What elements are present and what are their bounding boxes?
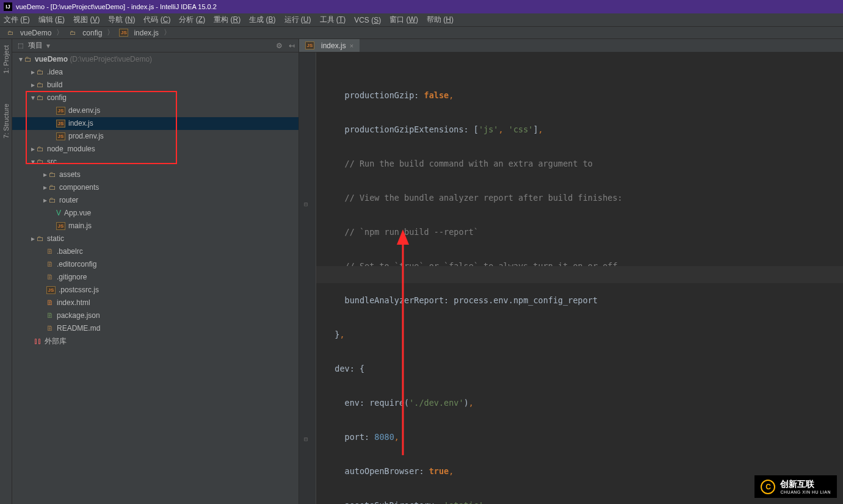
tree-mainjs[interactable]: ▸JSmain.js (12, 220, 298, 232)
tree-src[interactable]: ▾🗀src (12, 156, 298, 168)
tree-devenv[interactable]: ▸JSdev.env.js (12, 104, 298, 117)
code-area[interactable]: productionGzip: false, productionGzipExt… (316, 52, 843, 504)
tree-external-libs[interactable]: ▸⫿⫿外部库 (12, 335, 298, 348)
vue-icon: V (56, 207, 61, 220)
editor-pane: JS index.js × ⊟ ⊟ productionGzip: false,… (299, 39, 843, 504)
tree-node-modules[interactable]: ▸🗀node_modules (12, 143, 298, 156)
menu-run[interactable]: 运行 (U) (284, 15, 311, 25)
html-icon: 🗎 (46, 297, 54, 309)
chevron-icon: 〉 (164, 27, 171, 38)
tree-readme[interactable]: ▸🗎README.md (12, 322, 298, 335)
gear-icon[interactable]: ⚙ (276, 41, 283, 50)
json-icon: 🗎 (46, 309, 54, 322)
tree-config[interactable]: ▾🗀config (12, 92, 298, 104)
chevron-icon: 〉 (107, 27, 114, 38)
tree-indexjs-config[interactable]: ▸JSindex.js (12, 117, 298, 130)
editor-gutter[interactable]: ⊟ ⊟ (299, 52, 316, 504)
folder-icon: 🗀 (6, 29, 15, 37)
tree-router[interactable]: ▸🗀router (12, 194, 298, 207)
collapse-icon[interactable]: ↤ (289, 41, 295, 50)
tree-root[interactable]: ▾🗀 vueDemo (D:\vueProject\vueDemo) (12, 53, 298, 66)
project-icon: ⬚ (16, 41, 24, 50)
menu-analyze[interactable]: 分析 (Z) (179, 15, 205, 25)
js-icon: JS (56, 222, 65, 230)
tree-packagejson[interactable]: ▸🗎package.json (12, 309, 298, 322)
tree-assets[interactable]: ▸🗀assets (12, 168, 298, 181)
tree-components[interactable]: ▸🗀components (12, 181, 298, 194)
editor-tab-indexjs[interactable]: JS index.js × (299, 39, 360, 52)
chevron-icon: 〉 (56, 27, 63, 38)
project-tree[interactable]: ▾🗀 vueDemo (D:\vueProject\vueDemo) ▸🗀.id… (12, 52, 298, 348)
project-panel-title[interactable]: 项目 (28, 40, 43, 51)
project-panel-header: ⬚ 项目 ▾ ⚙ ↤ (12, 39, 298, 52)
file-icon: 🗎 (46, 271, 54, 284)
file-icon: 🗎 (46, 258, 54, 271)
js-icon: JS (56, 120, 65, 128)
crumb-file[interactable]: JS index.js (117, 29, 161, 37)
dropdown-icon[interactable]: ▾ (46, 41, 50, 50)
watermark-text: 创新互联 (780, 479, 831, 490)
title-text: vueDemo - [D:\vueProject\vueDemo] - inde… (16, 3, 217, 10)
watermark: C 创新互联 CHUANG XIN HU LIAN (754, 475, 837, 498)
menu-window[interactable]: 窗口 (W) (389, 15, 418, 25)
app-icon: IJ (4, 2, 12, 11)
crumb-label: config (82, 29, 102, 37)
crumb-label: index.js (134, 29, 159, 37)
menu-code[interactable]: 代码 (C) (143, 15, 170, 25)
editor-tab-bar: JS index.js × (299, 39, 843, 52)
menu-help[interactable]: 帮助 (H) (427, 15, 454, 25)
project-panel: ⬚ 项目 ▾ ⚙ ↤ ▾🗀 vueDemo (D:\vueProject\vue… (12, 39, 299, 504)
tree-appvue[interactable]: ▸VApp.vue (12, 207, 298, 220)
crumb-root[interactable]: 🗀 vueDemo (4, 29, 54, 37)
menu-tools[interactable]: 工具 (T) (320, 15, 346, 25)
js-icon: JS (305, 41, 314, 49)
watermark-subtext: CHUANG XIN HU LIAN (780, 490, 831, 494)
tab-label: index.js (321, 41, 346, 50)
tree-indexhtml[interactable]: ▸🗎index.html (12, 297, 298, 309)
library-icon: ⫿⫿ (34, 335, 42, 348)
crumb-label: vueDemo (20, 29, 51, 37)
menu-view[interactable]: 视图 (V) (73, 15, 99, 25)
close-icon[interactable]: × (350, 42, 353, 49)
js-icon: JS (56, 107, 65, 115)
tree-babelrc[interactable]: ▸🗎.babelrc (12, 245, 298, 258)
js-icon: JS (56, 132, 65, 140)
js-icon: JS (119, 29, 128, 37)
menu-refactor[interactable]: 重构 (R) (214, 15, 241, 25)
file-icon: 🗎 (46, 245, 54, 258)
tree-static[interactable]: ▸🗀static (12, 232, 298, 245)
caret-line (316, 266, 843, 283)
tree-postcssrc[interactable]: ▸JS.postcssrc.js (12, 284, 298, 297)
tool-buttons-left: 1: Project 7: Structure (0, 39, 12, 504)
tree-gitignore[interactable]: ▸🗎.gitignore (12, 271, 298, 284)
menu-bar: 文件 (F) 编辑 (E) 视图 (V) 导航 (N) 代码 (C) 分析 (Z… (0, 13, 843, 27)
menu-file[interactable]: 文件 (F) (4, 15, 30, 25)
js-icon: JS (46, 286, 56, 294)
tree-idea[interactable]: ▸🗀.idea (12, 66, 298, 79)
fold-icon[interactable]: ⊟ (304, 431, 308, 448)
fold-icon[interactable]: ⊟ (304, 196, 308, 213)
watermark-logo: C (761, 480, 775, 494)
menu-edit[interactable]: 编辑 (E) (38, 15, 65, 25)
menu-build[interactable]: 生成 (B) (249, 15, 275, 25)
tree-build[interactable]: ▸🗀build (12, 79, 298, 92)
file-icon: 🗎 (46, 322, 54, 335)
tree-prodenv[interactable]: ▸JSprod.env.js (12, 130, 298, 143)
breadcrumb: 🗀 vueDemo 〉 🗀 config 〉 JS index.js 〉 (0, 27, 843, 39)
tool-structure-button[interactable]: 7: Structure (2, 104, 10, 139)
folder-icon: 🗀 (68, 29, 77, 37)
tree-editorconfig[interactable]: ▸🗎.editorconfig (12, 258, 298, 271)
title-bar: IJ vueDemo - [D:\vueProject\vueDemo] - i… (0, 0, 843, 13)
tool-project-button[interactable]: 1: Project (2, 45, 10, 73)
menu-navigate[interactable]: 导航 (N) (108, 15, 135, 25)
menu-vcs[interactable]: VCS (S) (354, 16, 381, 24)
crumb-config[interactable]: 🗀 config (66, 29, 104, 37)
editor-body[interactable]: ⊟ ⊟ productionGzip: false, productionGzi… (299, 52, 843, 504)
